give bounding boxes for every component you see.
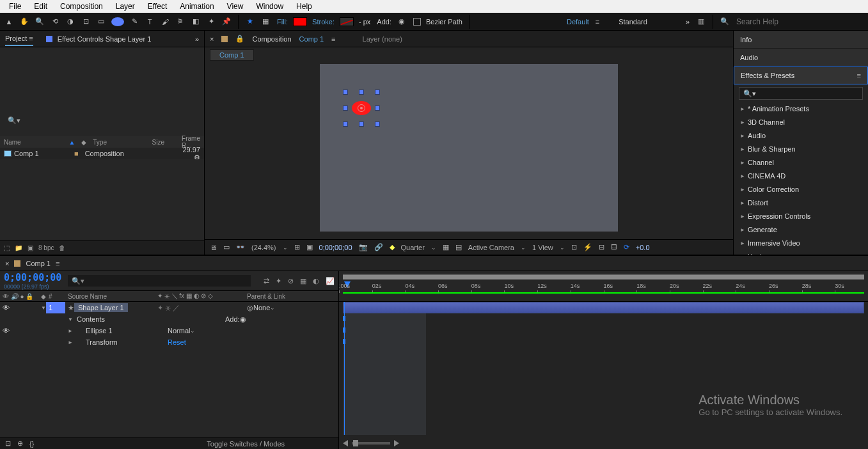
ep-item-color-correction[interactable]: Color Correction (734, 183, 868, 196)
timeline-tab[interactable]: Comp 1 (26, 260, 51, 267)
zoom-in-icon[interactable] (394, 440, 399, 446)
fill-label[interactable]: Fill: (277, 18, 288, 26)
ep-item-animation-presets[interactable]: * Animation Presets (734, 102, 868, 116)
comp-nested-tab[interactable]: Comp 1 (210, 49, 254, 61)
asset-row-comp1[interactable]: Comp 1 ■ Composition 29.97 ⚙ (0, 148, 204, 159)
layer-none-tab[interactable]: Layer (none) (363, 35, 402, 43)
panel-overflow-icon[interactable]: » (195, 35, 199, 43)
menu-composition[interactable]: Composition (54, 1, 109, 12)
current-timecode[interactable]: 0;00;00;00 (4, 272, 61, 283)
puppet-tool-icon[interactable]: 📌 (221, 17, 232, 27)
panel-audio[interactable]: Audio (734, 49, 868, 67)
ep-item-channel[interactable]: Channel (734, 156, 868, 169)
exposure-value[interactable]: +0.0 (636, 244, 650, 251)
eraser-tool-icon[interactable]: ◧ (191, 17, 201, 27)
ep-item-3d-channel[interactable]: 3D Channel (734, 116, 868, 129)
ep-item-keying[interactable]: Keying (734, 250, 868, 255)
contents-add-icon[interactable]: ◉ (240, 315, 246, 324)
tab-project[interactable]: Project ≡ (5, 32, 33, 46)
type-tool-icon[interactable]: T (145, 17, 155, 27)
brush-tool-icon[interactable]: 🖌 (160, 17, 170, 27)
shape-tool-icon[interactable] (111, 17, 124, 26)
col-size[interactable]: Size (152, 139, 176, 146)
ep-item-expression-controls[interactable]: Expression Controls (734, 210, 868, 223)
frame-blend-icon[interactable]: ▦ (300, 277, 306, 285)
ep-item-blur-sharpen[interactable]: Blur & Sharpen (734, 143, 868, 156)
ep-item-generate[interactable]: Generate (734, 223, 868, 237)
stroke-color-swatch[interactable] (340, 17, 354, 26)
bpc-label[interactable]: 8 bpc (38, 244, 54, 251)
layer-transform[interactable]: ► Transform Reset (0, 336, 338, 348)
ep-search-input[interactable]: 🔍▾ (739, 87, 863, 100)
orbit-tool-icon[interactable]: ⟲ (50, 17, 60, 27)
guides-icon[interactable]: ▤ (455, 243, 462, 251)
footer-icon-1[interactable]: ⊡ (5, 439, 11, 448)
layer-ellipse1[interactable]: 👁 ► Ellipse 1 Normal ⌄ (0, 325, 338, 336)
stroke-width[interactable]: - px (359, 18, 370, 26)
grid-icon[interactable]: ▦ (443, 243, 449, 251)
region-icon[interactable]: ▣ (306, 243, 313, 251)
add-button-icon[interactable]: ◉ (397, 17, 407, 27)
ep-item-distort[interactable]: Distort (734, 196, 868, 210)
panel-effects-presets[interactable]: Effects & Presets≡ (734, 67, 868, 84)
workspace-menu-icon[interactable]: ≡ (596, 18, 599, 26)
menu-layer[interactable]: Layer (109, 1, 141, 12)
mask-tool-icon[interactable]: ▭ (96, 17, 106, 27)
comp-new-icon[interactable]: ▣ (28, 244, 33, 251)
stroke-label[interactable]: Stroke: (312, 18, 335, 26)
layer-contents[interactable]: ▼ Contents Add: ◉ (0, 313, 338, 325)
col-type[interactable]: Type (93, 139, 145, 146)
clone-tool-icon[interactable]: ⚞ (175, 17, 185, 27)
color-mgmt-icon[interactable]: ◆ (390, 243, 395, 251)
star-icon[interactable]: ★ (245, 17, 255, 27)
trash-icon[interactable]: 🗑 (59, 244, 65, 251)
timeline-track-area[interactable]: :00s02s04s06s08s10s12s14s16s18s20s22s24s… (339, 271, 868, 449)
menu-window[interactable]: Window (249, 1, 290, 12)
transparency-grid-icon[interactable]: ▦ (260, 17, 271, 27)
zoom-tool-icon[interactable]: 🔍 (35, 17, 45, 27)
pen-tool-icon[interactable]: ✎ (129, 17, 139, 27)
camera-dropdown[interactable]: Active Camera (468, 244, 514, 251)
reset-exposure-icon[interactable]: ⟳ (624, 243, 629, 251)
hide-shy-icon[interactable]: ⊘ (288, 277, 294, 285)
ep-item-audio[interactable]: Audio (734, 129, 868, 143)
menu-animation[interactable]: Animation (173, 1, 220, 12)
timeline-tab-menu-icon[interactable]: ≡ (56, 260, 59, 267)
project-search[interactable]: 🔍▾ (4, 115, 200, 126)
footer-icon-3[interactable]: {} (29, 440, 34, 448)
interpret-icon[interactable]: ⬚ (4, 244, 10, 251)
resolution-icon[interactable]: ⊞ (294, 243, 300, 251)
folder-icon[interactable]: 📁 (15, 244, 22, 251)
zoom-value[interactable]: (24.4%) (251, 244, 276, 251)
monitor-icon[interactable]: 🖥 (210, 244, 217, 251)
graph-editor-icon[interactable]: 📈 (326, 277, 335, 285)
menu-help[interactable]: Help (290, 1, 319, 12)
timeline-icon[interactable]: ⊟ (599, 243, 604, 251)
composition-canvas[interactable] (320, 64, 618, 232)
flowchart-icon[interactable]: ⚃ (611, 243, 617, 251)
workspace-default[interactable]: Default (567, 18, 589, 26)
shape-bounding-box[interactable] (345, 92, 377, 124)
time-ruler[interactable]: :00s02s04s06s08s10s12s14s16s18s20s22s24s… (339, 283, 868, 292)
ep-item-cinema4d[interactable]: CINEMA 4D (734, 169, 868, 183)
zoom-out-icon[interactable] (343, 440, 348, 446)
menu-file[interactable]: File (3, 1, 28, 12)
workspace-standard[interactable]: Standard (619, 18, 647, 26)
goggle-icon[interactable]: 👓 (236, 243, 245, 251)
current-time[interactable]: 0;00;00;00 (319, 244, 352, 251)
zoom-slider[interactable] (352, 442, 390, 445)
comp-tab-menu-icon[interactable]: ≡ (331, 35, 335, 43)
col-source-name[interactable]: Source Name (65, 291, 155, 301)
timeline-search[interactable]: 🔍▾ (68, 275, 251, 287)
menu-view[interactable]: View (221, 1, 250, 12)
fast-preview-icon[interactable]: ⚡ (583, 243, 592, 251)
screen-icon[interactable]: ▥ (696, 17, 706, 27)
transform-reset[interactable]: Reset (165, 336, 189, 348)
panel-info[interactable]: Info (734, 31, 868, 49)
menu-edit[interactable]: Edit (28, 1, 54, 12)
comp-tab-name[interactable]: Comp 1 (299, 35, 324, 43)
search-help-input[interactable] (736, 17, 864, 26)
ep-menu-icon[interactable]: ≡ (857, 72, 861, 79)
snapshot-icon[interactable]: 📷 (359, 243, 368, 251)
layer-duration-bar[interactable] (343, 302, 864, 313)
